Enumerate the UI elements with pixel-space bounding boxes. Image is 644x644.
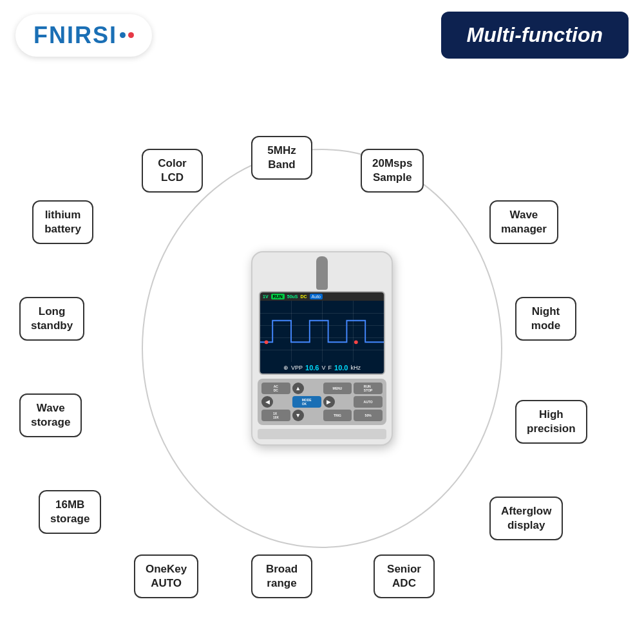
logo-dot-red <box>128 32 134 38</box>
feature-wave-manager: Wavemanager <box>489 200 558 244</box>
btn-right: ▶ <box>323 396 335 408</box>
feature-20msps-sample: 20MspsSample <box>361 149 424 193</box>
screen-vpp-val: 10.6 <box>305 364 319 372</box>
btn-50pct: 50% <box>354 410 383 421</box>
screen-footer: ⊕ VPP 10.6 V F 10.0 kHz <box>260 362 384 374</box>
btn-auto: AUTO <box>354 396 383 408</box>
logo-dots <box>120 32 134 38</box>
btn-down: ▼ <box>292 410 304 421</box>
feature-broad-range: Broadrange <box>251 554 312 598</box>
device-screen: 1V RUN 50uS DC Auto <box>259 291 385 375</box>
logo-dot-blue <box>120 32 126 38</box>
screen-auto: Auto <box>310 294 323 299</box>
btn-up: ▲ <box>292 383 304 394</box>
btn-left: ◀ <box>261 396 273 408</box>
btn-menu: MENU <box>323 383 352 394</box>
screen-time: 50uS <box>287 294 298 299</box>
antenna <box>316 256 328 290</box>
screen-symbol: ⊕ <box>283 365 289 371</box>
waveform-svg <box>260 301 384 362</box>
screen-dc: DC <box>300 294 307 299</box>
feature-senior-adc: SeniorADC <box>374 554 435 598</box>
btn-mode-ok: MODEOK <box>292 396 321 408</box>
screen-vpp-label: VPP <box>291 365 303 371</box>
header: FNIRSI Multi-function <box>0 0 644 65</box>
btn-ac-dc: ACDC <box>261 383 290 394</box>
screen-run: RUN <box>271 294 285 299</box>
device-bottom-bar <box>258 429 386 439</box>
feature-long-standby: Longstandby <box>19 297 84 341</box>
svg-point-0 <box>265 340 269 344</box>
screen-v-unit: V <box>322 365 326 371</box>
svg-point-1 <box>354 340 358 344</box>
feature-lithium-battery: lithiumbattery <box>32 200 93 244</box>
screen-body <box>260 301 384 362</box>
screen-hz-unit: kHz <box>350 365 361 371</box>
feature-wave-storage: Wavestorage <box>19 393 82 437</box>
device-container: 1V RUN 50uS DC Auto <box>251 251 393 446</box>
feature-night-mode: Nightmode <box>515 297 576 341</box>
screen-freq-label: F <box>328 365 332 371</box>
device-buttons: ACDC ▲ MENU RUNSTOP ◀ MODEOK ▶ AUTO 1X10… <box>258 379 386 425</box>
btn-run-stop: RUNSTOP <box>354 383 383 394</box>
feature-high-precision: Highprecision <box>515 400 587 444</box>
logo-text: FNIRSI <box>33 22 117 49</box>
feature-color-lcd: ColorLCD <box>142 149 203 193</box>
btn-1x-10x: 1X10X <box>261 410 290 421</box>
main-content: lithiumbatteryColorLCD5MHzBand20MspsSamp… <box>0 65 644 632</box>
screen-voltage: 1V <box>263 294 269 299</box>
feature-onekey-auto: OneKeyAUTO <box>134 554 198 598</box>
feature-16mb-storage: 16MBstorage <box>39 490 101 534</box>
oscilloscope-device: 1V RUN 50uS DC Auto <box>251 251 393 446</box>
logo: FNIRSI <box>15 14 152 57</box>
btn-trig: TRIG <box>323 410 352 421</box>
page-title: Multi-function <box>441 12 629 59</box>
feature-afterglow-display: Afterglowdisplay <box>489 497 563 540</box>
device-top <box>252 252 392 287</box>
feature-5mhz-band: 5MHzBand <box>251 136 312 180</box>
screen-freq-val: 10.0 <box>334 364 348 372</box>
screen-header: 1V RUN 50uS DC Auto <box>260 292 384 301</box>
